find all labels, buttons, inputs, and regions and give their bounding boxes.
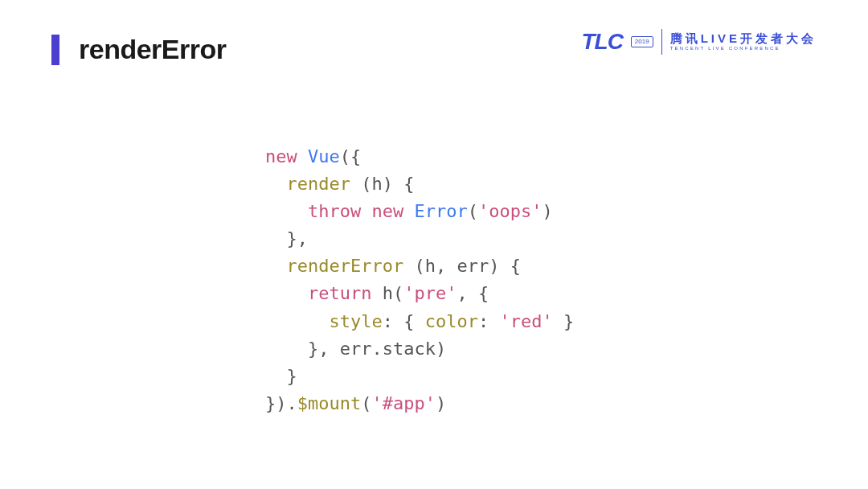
logo-chinese-main: 腾讯LIVE开发者大会 [670,32,817,46]
prop-style: style [329,311,382,331]
logo-chinese-block: 腾讯LIVE开发者大会 TENCENT LIVE CONFERENCE [670,32,817,51]
logo-divider [661,29,662,55]
identifier-error: Error [414,201,467,221]
slide-header: renderError [51,34,226,65]
code-snippet: new Vue({ render (h) { throw new Error('… [265,143,574,417]
keyword-new2: new [371,201,403,221]
slide-title: renderError [79,34,226,65]
identifier-vue: Vue [308,146,340,166]
keyword-return: return [308,283,371,303]
prop-color: color [425,311,478,331]
string-app: '#app' [371,393,435,413]
tlc-year-badge: 2019 [631,36,653,47]
method-render: render [287,174,350,194]
method-mount: $mount [297,393,361,413]
keyword-throw: throw [308,201,361,221]
string-pre: 'pre' [403,283,457,303]
conference-logo: TLC 2019 腾讯LIVE开发者大会 TENCENT LIVE CONFER… [581,29,817,55]
logo-chinese-sub: TENCENT LIVE CONFERENCE [670,46,817,51]
string-red: 'red' [499,311,552,331]
string-oops: 'oops' [478,201,542,221]
title-accent-bar [51,35,59,65]
tlc-brand-text: TLC [581,29,622,55]
keyword-new: new [265,146,297,166]
method-rendererror: renderError [287,256,404,276]
